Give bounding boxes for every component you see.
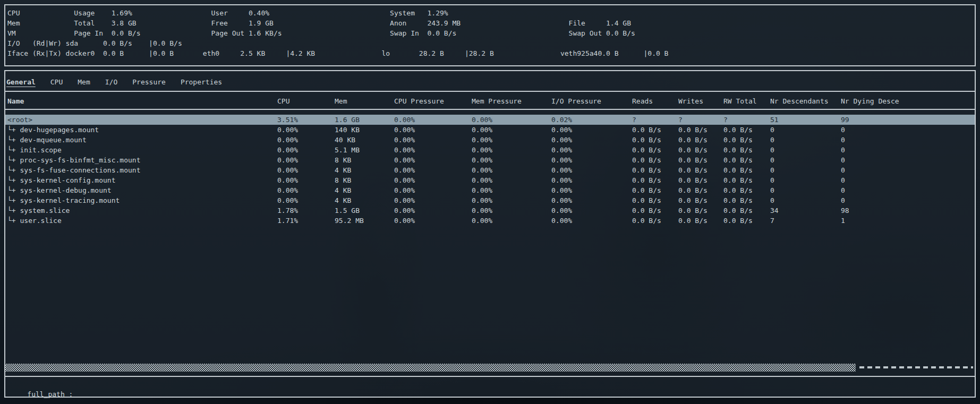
- horizontal-scrollbar[interactable]: [5, 363, 974, 372]
- cell-writes: 0.0 B/s: [678, 185, 723, 195]
- cell-reads: 0.0 B/s: [632, 216, 678, 226]
- table-row[interactable]: └+ system.slice1.78%1.5 GB0.00%0.00%0.00…: [5, 205, 975, 216]
- cell-name: └+ proc-sys-fs-binfmt_misc.mount: [7, 155, 277, 165]
- cell-nr-dying-descendants: 0: [841, 125, 975, 135]
- summary-lines: CPU Usage 1.69% User 0.40% System 1.29%M…: [7, 8, 975, 58]
- tab-properties[interactable]: Properties: [181, 78, 222, 86]
- cell-io-pressure: 0.00%: [551, 155, 632, 165]
- tree-branch-icon: └+: [7, 196, 20, 204]
- col-header-nr-descendants: Nr Descendants: [770, 97, 841, 105]
- cell-rw-total: 0.0 B/s: [723, 135, 770, 145]
- cell-rw-total: 0.0 B/s: [723, 185, 770, 195]
- table-row[interactable]: └+ proc-sys-fs-binfmt_misc.mount0.00%8 K…: [5, 155, 975, 165]
- cell-mem: 8 KB: [335, 155, 394, 165]
- cell-nr-dying-descendants: 0: [841, 155, 975, 165]
- cell-name: └+ sys-kernel-tracing.mount: [7, 195, 277, 205]
- cell-io-pressure: 0.02%: [551, 115, 632, 125]
- cell-writes: 0.0 B/s: [678, 175, 723, 185]
- cell-io-pressure: 0.00%: [551, 205, 632, 216]
- col-header-io-pressure: I/O Pressure: [551, 97, 632, 105]
- tree-branch-icon: └+: [7, 126, 20, 134]
- cell-name: <root>: [7, 115, 277, 125]
- scrollbar-thumb[interactable]: [5, 364, 856, 372]
- cell-rw-total: 0.0 B/s: [723, 195, 770, 205]
- table-row[interactable]: └+ sys-kernel-config.mount0.00%8 KB0.00%…: [5, 175, 975, 185]
- cgroup-name: sys-kernel-config.mount: [20, 176, 115, 184]
- tree-branch-icon: └+: [7, 166, 20, 174]
- cell-mem: 4 KB: [335, 195, 394, 205]
- scrollbar-track[interactable]: [859, 366, 973, 368]
- system-summary-panel: CPU Usage 1.69% User 0.40% System 1.29%M…: [4, 4, 976, 66]
- cell-nr-dying-descendants: 0: [841, 175, 975, 185]
- cell-mem: 1.5 GB: [335, 205, 394, 216]
- col-header-cpu: CPU: [277, 97, 335, 105]
- table-row[interactable]: <root>3.51%1.6 GB0.00%0.00%0.02%???5199: [5, 115, 975, 125]
- tree-branch-icon: └+: [7, 176, 20, 184]
- cell-writes: 0.0 B/s: [678, 155, 723, 165]
- cell-nr-descendants: 0: [770, 145, 841, 155]
- cell-nr-descendants: 0: [770, 125, 841, 135]
- table-row[interactable]: └+ dev-mqueue.mount0.00%40 KB0.00%0.00%0…: [5, 135, 975, 145]
- table-row[interactable]: └+ sys-fs-fuse-connections.mount0.00%4 K…: [5, 165, 975, 175]
- cell-nr-descendants: 0: [770, 135, 841, 145]
- tree-branch-icon: └+: [7, 146, 20, 154]
- col-header-name: Name: [7, 97, 277, 105]
- cgroup-name: sys-kernel-tracing.mount: [20, 196, 120, 204]
- cell-rw-total: 0.0 B/s: [723, 175, 770, 185]
- tab-cpu[interactable]: CPU: [50, 78, 63, 86]
- cell-reads: 0.0 B/s: [632, 175, 678, 185]
- cell-io-pressure: 0.00%: [551, 165, 632, 175]
- cell-io-pressure: 0.00%: [551, 125, 632, 135]
- cell-nr-descendants: 0: [770, 175, 841, 185]
- cell-nr-dying-descendants: 0: [841, 135, 975, 145]
- table-row[interactable]: └+ init.scope0.00%5.1 MB0.00%0.00%0.00%0…: [5, 145, 975, 155]
- cell-nr-dying-descendants: 0: [841, 195, 975, 205]
- cell-writes: 0.0 B/s: [678, 216, 723, 226]
- cgroup-name: proc-sys-fs-binfmt_misc.mount: [20, 156, 140, 164]
- cell-cpu: 0.00%: [277, 125, 335, 135]
- table-row[interactable]: └+ dev-hugepages.mount0.00%140 KB0.00%0.…: [5, 125, 975, 135]
- summary-line-cpu: CPU Usage 1.69% User 0.40% System 1.29%: [7, 8, 975, 18]
- cell-nr-descendants: 0: [770, 165, 841, 175]
- tab-pressure[interactable]: Pressure: [132, 78, 166, 86]
- summary-line-memory: Mem Total 3.8 GB Free 1.9 GB Anon 243.9 …: [7, 18, 975, 28]
- cell-cpu-pressure: 0.00%: [394, 216, 472, 226]
- tree-branch-icon: └+: [7, 136, 20, 144]
- cell-name: └+ dev-hugepages.mount: [7, 125, 277, 135]
- cell-mem: 4 KB: [335, 165, 394, 175]
- table-row[interactable]: └+ sys-kernel-debug.mount0.00%4 KB0.00%0…: [5, 185, 975, 195]
- col-header-rw-total: RW Total: [723, 97, 770, 105]
- cell-writes: 0.0 B/s: [678, 145, 723, 155]
- cgroup-name: dev-mqueue.mount: [20, 136, 86, 144]
- tab-general[interactable]: General: [6, 78, 36, 86]
- table-row[interactable]: └+ sys-kernel-tracing.mount0.00%4 KB0.00…: [5, 195, 975, 205]
- cell-writes: 0.0 B/s: [678, 135, 723, 145]
- cgroup-name: init.scope: [20, 146, 61, 154]
- cell-cpu: 1.78%: [277, 205, 335, 216]
- cell-mem-pressure: 0.00%: [472, 165, 551, 175]
- cell-cpu-pressure: 0.00%: [394, 175, 472, 185]
- cell-nr-dying-descendants: 99: [841, 115, 975, 125]
- cell-cpu: 0.00%: [277, 175, 335, 185]
- col-header-mem: Mem: [335, 97, 394, 105]
- col-header-mem-pressure: Mem Pressure: [472, 97, 551, 105]
- cell-mem: 8 KB: [335, 175, 394, 185]
- cell-rw-total: 0.0 B/s: [723, 165, 770, 175]
- table-row[interactable]: └+ user.slice1.71%95.2 MB0.00%0.00%0.00%…: [5, 216, 975, 226]
- cell-rw-total: ?: [723, 115, 770, 125]
- cell-reads: 0.0 B/s: [632, 155, 678, 165]
- summary-line-io: I/O (Rd|Wr) sda 0.0 B/s |0.0 B/s: [7, 38, 975, 48]
- col-header-nr-dying-descendants: Nr Dying Desce: [841, 97, 975, 105]
- cell-writes: 0.0 B/s: [678, 195, 723, 205]
- process-table-body: <root>3.51%1.6 GB0.00%0.00%0.02%???5199└…: [5, 115, 975, 226]
- cell-mem-pressure: 0.00%: [472, 145, 551, 155]
- tab-mem[interactable]: Mem: [78, 78, 90, 86]
- cell-mem: 1.6 GB: [335, 115, 394, 125]
- cell-reads: 0.0 B/s: [632, 125, 678, 135]
- tree-branch-icon: └+: [7, 186, 20, 194]
- cell-name: └+ sys-kernel-debug.mount: [7, 185, 277, 195]
- tab-i-o[interactable]: I/O: [105, 78, 117, 86]
- full-path-label: full_path :: [27, 390, 77, 398]
- cell-cpu: 1.71%: [277, 216, 335, 226]
- cell-nr-dying-descendants: 0: [841, 165, 975, 175]
